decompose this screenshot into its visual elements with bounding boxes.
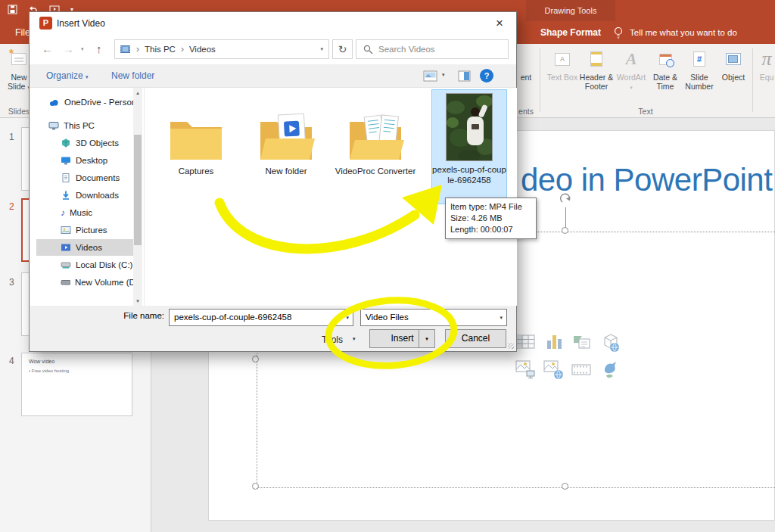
file-item-videoproc[interactable]: VideoProc Converter bbox=[334, 90, 417, 204]
wordart-button[interactable]: A WordArt ▾ bbox=[614, 48, 649, 107]
online-pictures-icon[interactable] bbox=[543, 359, 565, 381]
back-icon[interactable]: ← bbox=[42, 42, 53, 55]
file-type-select[interactable]: Video Files ▾ bbox=[360, 309, 507, 326]
video-thumbnail bbox=[446, 93, 493, 161]
address-bar[interactable]: › This PC › Videos ▾ bbox=[114, 39, 329, 59]
thumb4-bullet: • Free video hosting bbox=[29, 369, 69, 373]
insert-button[interactable]: Insert ▾ bbox=[369, 329, 435, 348]
file-name-input[interactable]: pexels-cup-of-couple-6962458 ▾ bbox=[169, 309, 353, 326]
slide-number-button[interactable]: # Slide Number bbox=[682, 48, 717, 107]
wordart-icon: A bbox=[626, 54, 637, 64]
sidebar-item-music[interactable]: ♪ Music bbox=[36, 204, 138, 221]
breadcrumb-separator: › bbox=[181, 44, 184, 54]
help-icon[interactable]: ? bbox=[480, 69, 493, 82]
file-type-chevron-icon[interactable]: ▾ bbox=[500, 310, 503, 325]
sidebar-scrollbar[interactable]: ▴ ▾ bbox=[133, 88, 142, 306]
placeholder-border-top bbox=[519, 232, 775, 232]
insert-smartart-icon[interactable] bbox=[571, 331, 593, 354]
file-info-tooltip: Item type: MP4 File Size: 4.26 MB Length… bbox=[445, 198, 537, 239]
scroll-up-icon[interactable]: ▴ bbox=[133, 88, 142, 98]
organize-button[interactable]: Organize ▾ bbox=[46, 70, 89, 81]
insert-video-icon[interactable] bbox=[571, 359, 593, 381]
forward-icon[interactable]: → bbox=[63, 42, 74, 55]
address-chevron-icon[interactable]: ▾ bbox=[320, 46, 323, 52]
sidebar-item-this-pc[interactable]: This PC bbox=[36, 117, 138, 134]
save-icon[interactable] bbox=[8, 5, 17, 14]
refresh-icon[interactable]: ↻ bbox=[332, 39, 353, 59]
placeholder-handle-bottom-left[interactable] bbox=[252, 483, 259, 490]
media-folder-icon bbox=[257, 113, 315, 163]
slide-number-2: 2 bbox=[9, 201, 14, 212]
slide-thumbnail-4[interactable]: Wow video • Free video hosting bbox=[21, 353, 132, 416]
sidebar-item-documents[interactable]: Documents bbox=[36, 170, 138, 186]
date-time-button[interactable]: Date & Time bbox=[648, 48, 683, 107]
sidebar-item-downloads[interactable]: Downloads bbox=[36, 187, 138, 204]
close-icon[interactable]: × bbox=[489, 14, 510, 33]
up-icon[interactable]: ↑ bbox=[96, 42, 102, 55]
header-footer-button[interactable]: Header & Footer bbox=[579, 48, 614, 107]
sidebar-item-local-disk[interactable]: Local Disk (C:) bbox=[36, 257, 138, 273]
search-box[interactable]: Search Videos bbox=[356, 39, 509, 59]
sidebar-item-onedrive[interactable]: OneDrive - Person bbox=[36, 94, 138, 110]
date-time-icon bbox=[659, 54, 672, 65]
sidebar-item-videos[interactable]: Videos bbox=[36, 239, 138, 256]
file-item-pexels-video[interactable]: pexels-cup-of-couple-6962458 bbox=[431, 89, 507, 204]
breadcrumb-this-pc[interactable]: This PC bbox=[145, 45, 176, 54]
screen: ▾ Wow - PowerPoint Drawing Tools File Sh… bbox=[0, 0, 775, 532]
dialog-body: OneDrive - Person This PC 3D Objects Des… bbox=[30, 88, 517, 306]
insert-3d-model-icon[interactable] bbox=[599, 331, 621, 354]
placeholder-handle-bottom[interactable] bbox=[562, 483, 568, 490]
cancel-button[interactable]: Cancel bbox=[445, 329, 506, 348]
new-volume-icon bbox=[61, 278, 70, 287]
music-icon: ♪ bbox=[61, 209, 65, 216]
equation-button-partial[interactable]: π Equ bbox=[755, 48, 775, 107]
docs-folder-icon bbox=[347, 113, 404, 163]
breadcrumb-videos[interactable]: Videos bbox=[189, 45, 216, 54]
stock-images-icon[interactable] bbox=[599, 359, 621, 381]
placeholder-handle-left[interactable] bbox=[252, 356, 259, 362]
sidebar-item-pictures[interactable]: Pictures bbox=[36, 222, 138, 238]
text-box-button[interactable]: A Text Box bbox=[545, 48, 580, 107]
onedrive-cloud-icon bbox=[48, 98, 60, 107]
dialog-title: Insert Video bbox=[57, 18, 105, 29]
drawing-tools-header: Drawing Tools bbox=[526, 0, 615, 21]
dialog-titlebar: P Insert Video × bbox=[30, 12, 516, 34]
sidebar-item-desktop[interactable]: Desktop bbox=[36, 152, 138, 169]
object-button[interactable]: Object bbox=[716, 48, 751, 107]
tab-shape-format[interactable]: Shape Format bbox=[526, 21, 615, 44]
slide-number-3: 3 bbox=[9, 277, 14, 288]
dialog-resize-grip[interactable] bbox=[508, 343, 514, 349]
file-item-captures[interactable]: Captures bbox=[154, 90, 238, 204]
placeholder-handle-top[interactable] bbox=[562, 227, 568, 234]
organize-chevron-icon: ▾ bbox=[86, 74, 89, 79]
recent-locations-chevron-icon[interactable]: ▾ bbox=[81, 46, 84, 52]
sidebar-item-3d-objects[interactable]: 3D Objects bbox=[36, 135, 138, 151]
slide-number-1: 1 bbox=[9, 132, 14, 142]
thumbnail-view-icon[interactable] bbox=[423, 70, 437, 82]
3d-objects-icon bbox=[61, 138, 71, 148]
file-name-chevron-icon[interactable]: ▾ bbox=[346, 310, 349, 325]
tell-me-box[interactable]: Tell me what you want to do bbox=[630, 21, 737, 44]
dialog-nav-row: ← → ▾ ↑ › This PC › Videos ▾ ↻ Search Vi… bbox=[30, 34, 516, 64]
scrollbar-thumb[interactable] bbox=[134, 135, 142, 245]
sidebar-item-new-volume[interactable]: New Volume (D: bbox=[36, 274, 138, 291]
insert-chart-icon[interactable] bbox=[543, 331, 565, 354]
dialog-command-bar: Organize ▾ New folder ▾ ? bbox=[30, 64, 516, 88]
insert-split-chevron-icon[interactable]: ▾ bbox=[419, 330, 434, 347]
insert-table-icon[interactable] bbox=[515, 331, 537, 354]
insert-picture-icon[interactable] bbox=[515, 359, 537, 381]
new-folder-button[interactable]: New folder bbox=[111, 70, 154, 81]
file-name-label: File name: bbox=[102, 311, 164, 320]
tools-button[interactable]: Tools bbox=[322, 334, 343, 345]
wordart-chevron-icon: ▾ bbox=[630, 85, 633, 90]
preview-pane-icon[interactable] bbox=[458, 70, 471, 82]
comment-button-partial[interactable]: ent bbox=[513, 48, 539, 107]
tools-chevron-icon[interactable]: ▾ bbox=[353, 336, 356, 342]
view-chevron-icon[interactable]: ▾ bbox=[442, 72, 445, 78]
comments-group-label-partial: ents bbox=[513, 107, 539, 116]
documents-icon bbox=[61, 173, 71, 182]
scroll-down-icon[interactable]: ▾ bbox=[133, 296, 142, 306]
file-item-new-folder[interactable]: New folder bbox=[244, 90, 328, 204]
thumb4-title: Wow video bbox=[29, 359, 54, 364]
rotate-handle-icon[interactable] bbox=[559, 191, 574, 207]
